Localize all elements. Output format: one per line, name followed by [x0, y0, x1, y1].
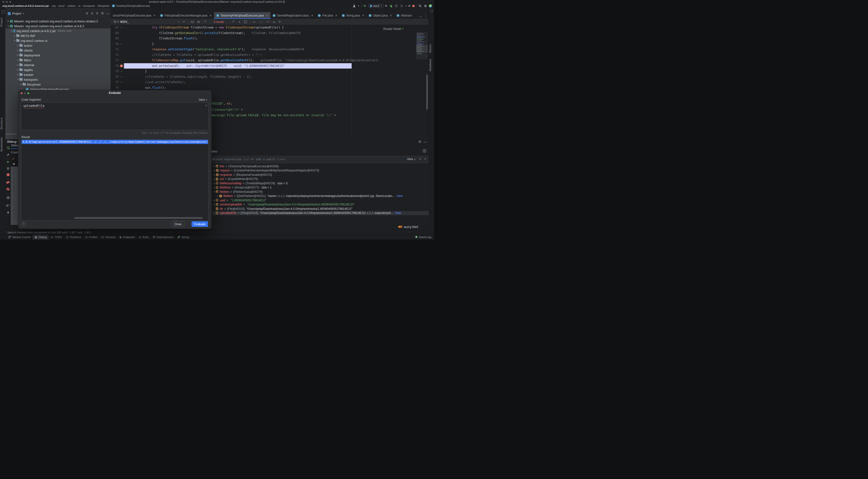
frame-row[interactable]: s — [11, 203, 18, 208]
tree-item[interactable]: ▾Maven: org.wso2.carbon:org.wso2.carbon.… — [5, 24, 111, 28]
tree-item[interactable]: ▸Maven: org.wso2.carbon:org.wso2.carbon.… — [5, 19, 111, 24]
variable-row[interactable]: ▸out={CoyoteWriter@40275} — [212, 177, 429, 181]
newline-icon[interactable]: ↵ — [183, 19, 185, 25]
chevron-down-icon[interactable]: ▼ — [424, 158, 426, 160]
line-number[interactable]: 75 — [111, 69, 119, 73]
breadcrumb[interactable]: org.wso2.carbon.ui-4.6.2-sources.jar›org… — [2, 4, 150, 8]
add-watch-row[interactable]: Evaluate expression (↵) or add a watch (… — [212, 156, 429, 163]
close-tab-icon[interactable]: ✕ — [210, 14, 212, 17]
expand-chevron-icon[interactable]: ▸ — [213, 174, 216, 176]
regex-toggle[interactable]: .* — [203, 19, 206, 25]
tree-item[interactable]: ▸internal — [5, 62, 111, 67]
gear-icon[interactable] — [418, 140, 421, 144]
run-button-secondary[interactable] — [409, 5, 411, 7]
line-number[interactable]: 78 — [111, 86, 119, 89]
view-link[interactable]: View — [397, 194, 403, 198]
tree-chevron-icon[interactable]: ▸ — [16, 49, 19, 52]
breadcrumb-item[interactable]: carbon — [67, 4, 75, 7]
tree-item[interactable]: ▸filters — [5, 58, 111, 62]
layout-settings-gear-icon[interactable]: ▼ — [5, 204, 11, 207]
add-watch-icon[interactable]: + — [419, 157, 421, 161]
frame-row[interactable]: s — [11, 190, 18, 194]
variable-row[interactable]: ▸prequest={ContextPathServletAdaptor$Htt… — [212, 169, 429, 173]
tree-chevron-icon[interactable]: ▸ — [16, 44, 19, 47]
status-bar-item-todo[interactable]: TODO — [49, 235, 64, 239]
frame-row[interactable]: e — [11, 172, 18, 176]
variable-row[interactable]: ▸fileItems={ArrayList@40277}size = 1 — [212, 185, 429, 190]
expand-chevron-icon[interactable]: ▸ — [213, 199, 216, 202]
stop-icon[interactable] — [5, 173, 11, 176]
expand-chevron-icon[interactable]: ▸ — [213, 182, 216, 184]
tree-chevron-icon[interactable]: ▸ — [16, 68, 19, 71]
result-tree[interactable]: 4.0.0/tmp/work/extra/1.6508040505179814E… — [21, 139, 209, 220]
frame-row[interactable]: p — [11, 208, 18, 212]
pin-tab-icon[interactable] — [5, 211, 11, 214]
breadcrumb-item[interactable]: ToolsAnyFileUploadExecutor — [116, 4, 150, 7]
expand-chevron-icon[interactable]: ▸ — [213, 203, 216, 206]
variable-row[interactable]: uploadedFile={File@40316}"/Users/peiqi/D… — [212, 211, 429, 215]
expand-chevron-icon[interactable]: ▸ — [213, 165, 216, 168]
chevron-down-icon[interactable]: ▼ — [23, 13, 25, 15]
line-number[interactable]: 74 — [111, 64, 119, 68]
expand-chevron-icon[interactable]: ▾ — [213, 191, 216, 193]
profiler-button[interactable] — [400, 4, 403, 8]
frame-row[interactable]: s — [11, 217, 18, 221]
tree-chevron-icon[interactable]: ▾ — [7, 25, 10, 27]
status-bar-item-build[interactable]: Build — [137, 235, 150, 239]
preserve-case-icon[interactable]: ✓x — [266, 19, 269, 25]
line-number[interactable]: 68 — [111, 31, 119, 35]
variable-row[interactable]: dir={File@40315}"/Users/peiqi/Downloads/… — [212, 207, 429, 211]
line-number[interactable]: 73 — [111, 59, 119, 62]
variable-row[interactable]: ▸ffileItem={DiskFileItem@40311}"name=../… — [212, 194, 429, 199]
tool-strip-bookmarks-label[interactable]: Bookmarks — [0, 134, 5, 154]
breadcrumb-item[interactable]: transports — [83, 4, 95, 7]
tree-item[interactable]: ▸clients — [5, 48, 111, 53]
match-case-toggle[interactable]: Cc — [191, 19, 194, 25]
editor-tab[interactable]: CAbstractContext.java✕ — [394, 12, 412, 19]
prev-occurrence-icon[interactable]: ↑ — [232, 19, 234, 25]
status-bar-item-terminal[interactable]: Terminal — [99, 235, 117, 239]
breakpoint-icon[interactable]: ✓ — [119, 64, 124, 67]
tree-item[interactable]: ▸taglibs — [5, 67, 111, 72]
project-tool-icon[interactable] — [1, 10, 4, 13]
project-scrollbar[interactable] — [6, 133, 17, 135]
frame-row[interactable]: d — [11, 185, 18, 190]
debug-button[interactable] — [389, 4, 393, 8]
tree-chevron-icon[interactable]: ▾ — [10, 30, 13, 32]
evaluate-button[interactable]: Evaluate — [191, 221, 208, 227]
tool-strip-database-label[interactable]: Database — [429, 57, 434, 72]
expand-all-icon[interactable] — [91, 12, 94, 16]
frame-row[interactable]: e — [11, 181, 18, 185]
tree-item[interactable]: ▾org.wso2.carbon.ui-4.6.2.jarlibrary roo… — [5, 28, 111, 33]
close-tab-icon[interactable]: ✕ — [153, 14, 156, 17]
editor-tab[interactable]: CObject.java✕ — [367, 12, 394, 19]
tree-chevron-icon[interactable]: ▾ — [20, 83, 22, 86]
thread-dump-camera-icon[interactable] — [5, 196, 11, 199]
line-number[interactable]: 67 — [111, 26, 119, 29]
tree-chevron-icon[interactable]: ▾ — [16, 78, 19, 81]
breadcrumb-item[interactable]: fileupload — [98, 4, 109, 7]
search-input[interactable]: WOEK_ — [120, 19, 129, 25]
tree-item[interactable]: ▸deployment — [5, 53, 111, 58]
window-close-icon[interactable] — [2, 1, 4, 3]
line-number[interactable]: 76 — [111, 75, 119, 79]
expand-editor-icon[interactable]: ⇲ — [205, 104, 207, 107]
stop-button[interactable] — [412, 5, 414, 7]
editor-tab[interactable]: CFile.java✕ — [316, 12, 340, 19]
mute-breakpoints-icon[interactable] — [5, 188, 11, 191]
line-number[interactable]: 70 — [111, 42, 119, 46]
tabs-list-icon[interactable]: ⌄ — [420, 14, 422, 18]
expand-chevron-icon[interactable]: ▸ — [216, 195, 219, 197]
frame-row[interactable]: e — [11, 167, 18, 172]
line-number[interactable]: 72 — [111, 53, 119, 57]
layout-grid-icon[interactable] — [423, 149, 426, 152]
words-toggle[interactable]: W — [197, 19, 200, 25]
watch-language-select[interactable]: Java ▼ — [407, 157, 416, 161]
tree-chevron-icon[interactable]: ▾ — [13, 39, 16, 42]
tree-chevron-icon[interactable]: ▸ — [7, 20, 10, 22]
tree-chevron-icon[interactable]: ▸ — [13, 34, 16, 37]
run-configuration-select[interactable]: wso2 ▼ — [368, 4, 384, 8]
minimap-viewport[interactable] — [416, 45, 428, 52]
hide-panel-icon[interactable]: — — [424, 140, 427, 144]
settings-gear-icon[interactable] — [424, 4, 427, 8]
